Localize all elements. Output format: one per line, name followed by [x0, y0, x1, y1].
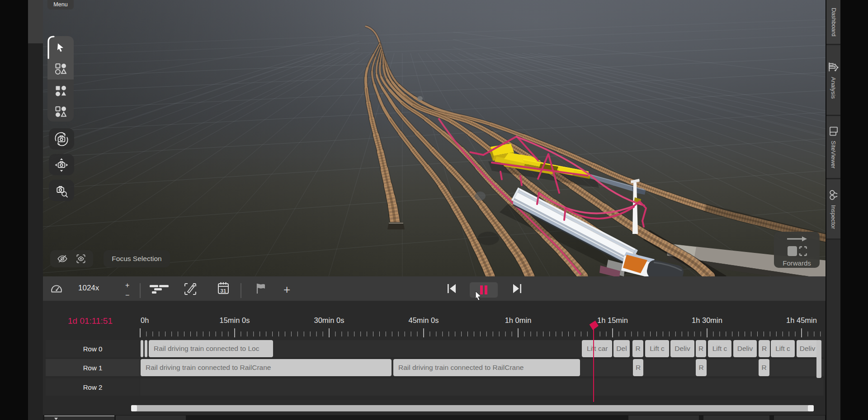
svg-text:31: 31 — [221, 288, 226, 294]
